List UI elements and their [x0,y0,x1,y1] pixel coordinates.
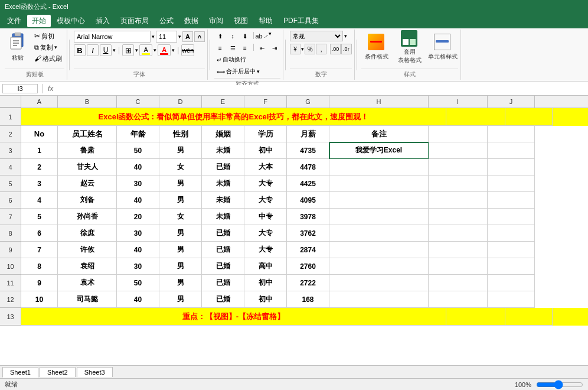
paste-button[interactable]: 粘贴 [5,31,31,64]
cell-5-education[interactable]: 大专 [244,176,287,192]
align-left-button[interactable]: ≡ [214,43,226,53]
underline-dropdown[interactable]: ▾ [113,47,116,53]
row-num-5[interactable]: 5 [0,176,21,192]
cell-name-header[interactable]: 员工姓名 [58,126,117,142]
cell-7-no[interactable]: 5 [21,209,58,225]
row-num-13[interactable]: 13 [0,308,21,326]
font-name-dropdown-icon[interactable]: ▾ [152,34,155,40]
cell-education-header[interactable]: 学历 [244,126,287,142]
cell-8-no[interactable]: 6 [21,225,58,242]
row-num-6[interactable]: 6 [0,192,21,209]
row-num-1[interactable]: 1 [0,108,21,126]
sheet-tab-1[interactable]: Sheet1 [2,367,38,378]
cell-6-marriage[interactable]: 未婚 [202,192,244,209]
cell-no-header[interactable]: No [21,126,58,142]
cell-10-marriage[interactable]: 已婚 [202,258,244,275]
cell-r13-i[interactable] [446,308,505,326]
cell-6-i[interactable] [429,192,488,209]
cell-9-name[interactable]: 许攸 [58,242,117,258]
cell-9-salary[interactable]: 2874 [287,242,329,258]
menu-template[interactable]: 模板中心 [52,15,90,27]
cell-3-education[interactable]: 初中 [244,142,287,159]
cell-4-name[interactable]: 甘夫人 [58,159,117,176]
cell-3-gender[interactable]: 男 [159,142,202,159]
font-color-button[interactable]: A [158,44,171,56]
cell-6-gender[interactable]: 男 [159,192,202,209]
cell-4-education[interactable]: 大本 [244,159,287,176]
number-format-dropdown[interactable]: ▾ [344,33,347,39]
cell-11-gender[interactable]: 男 [159,275,202,291]
cell-3-no[interactable]: 1 [21,142,58,159]
cell-6-notes[interactable] [329,192,429,209]
cell-9-age[interactable]: 40 [117,242,159,258]
merge-center-button[interactable]: ⟺ 合并后居中 ▾ [214,66,262,77]
cell-8-salary[interactable]: 3762 [287,225,329,242]
row-num-3[interactable]: 3 [0,142,21,159]
italic-button[interactable]: I [87,44,99,56]
col-header-k[interactable]: J [488,96,535,108]
cell-5-j[interactable] [488,176,535,192]
strikethrough-button[interactable]: wén [181,44,194,56]
align-bottom-button[interactable]: ⬇ [239,31,251,41]
menu-pdf[interactable]: PDF工具集 [279,15,324,27]
underline-button[interactable]: U [100,44,112,56]
cell-12-age[interactable]: 40 [117,291,159,308]
menu-layout[interactable]: 页面布局 [116,15,153,27]
menu-formula[interactable]: 公式 [155,15,178,27]
cell-5-gender[interactable]: 男 [159,176,202,192]
comma-button[interactable]: , [316,44,326,54]
cell-5-age[interactable]: 30 [117,176,159,192]
number-format-select[interactable]: 常规 [290,31,343,41]
cell-11-notes[interactable] [329,275,429,291]
cell-styles-button[interactable]: 单元格样式 [427,31,458,64]
cell-8-marriage[interactable]: 已婚 [202,225,244,242]
bold-button[interactable]: B [74,44,86,56]
cell-r13-j[interactable] [505,308,553,326]
cell-5-notes[interactable] [329,176,429,192]
fill-dropdown[interactable]: ▾ [153,47,156,53]
row-num-4[interactable]: 4 [0,159,21,176]
cell-5-no[interactable]: 3 [21,176,58,192]
row-num-2[interactable]: 2 [0,126,21,142]
col-header-h[interactable]: G [287,96,329,108]
cell-r1-j[interactable] [505,108,553,126]
cell-7-j[interactable] [488,209,535,225]
col-header-j[interactable]: I [429,96,488,108]
cell-9-marriage[interactable]: 已婚 [202,242,244,258]
cell-r1-i[interactable] [446,108,505,126]
cell-marriage-header[interactable]: 婚姻 [202,126,244,142]
decrease-decimal-button[interactable]: .00 [330,44,341,54]
align-right-button[interactable]: ≡ [239,43,251,53]
cell-3-name[interactable]: 鲁肃 [58,142,117,159]
row-num-7[interactable]: 7 [0,209,21,225]
auto-wrap-button[interactable]: ↵ 自动换行 [214,54,249,65]
merge-dropdown[interactable]: ▾ [257,69,260,74]
menu-review[interactable]: 审阅 [204,15,228,27]
cell-6-salary[interactable]: 4095 [287,192,329,209]
cell-10-gender[interactable]: 男 [159,258,202,275]
cell-12-marriage[interactable]: 已婚 [202,291,244,308]
cell-10-age[interactable]: 30 [117,258,159,275]
cell-11-education[interactable]: 初中 [244,275,287,291]
cell-12-j[interactable] [488,291,535,308]
cell-9-j[interactable] [488,242,535,258]
sheet-tab-2[interactable]: Sheet2 [40,367,76,377]
cell-12-salary[interactable]: 168 [287,291,329,308]
align-top-button[interactable]: ⬆ [214,31,226,41]
cell-12-i[interactable] [429,291,488,308]
cell-notes-header[interactable]: 备注 [329,126,429,142]
cell-4-gender[interactable]: 女 [159,159,202,176]
col-header-e[interactable]: D [159,96,202,108]
cell-age-header[interactable]: 年龄 [117,126,159,142]
cell-9-education[interactable]: 大专 [244,242,287,258]
cell-10-notes[interactable] [329,258,429,275]
font-size-increase-button[interactable]: A [182,31,193,42]
format-painter-button[interactable]: 🖌 格式刷 [32,53,64,64]
cell-12-no[interactable]: 10 [21,291,58,308]
cell-11-marriage[interactable]: 已婚 [202,275,244,291]
cell-5-marriage[interactable]: 未婚 [202,176,244,192]
col-header-i[interactable]: H [329,96,429,108]
cell-9-notes[interactable] [329,242,429,258]
cell-10-no[interactable]: 8 [21,258,58,275]
cell-12-gender[interactable]: 男 [159,291,202,308]
